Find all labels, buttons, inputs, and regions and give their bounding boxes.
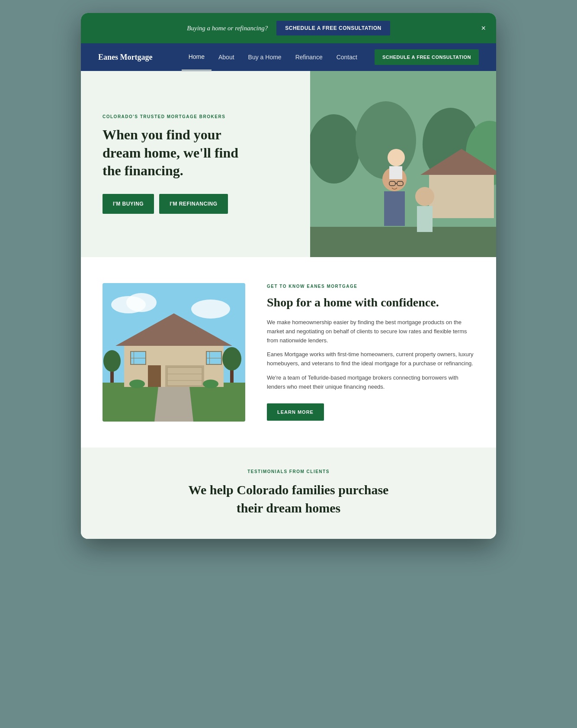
svg-point-2 bbox=[356, 101, 416, 179]
about-content: GET TO KNOW EANES MORTGAGE Shop for a ho… bbox=[267, 284, 474, 421]
device-frame: Buying a home or refinancing? SCHEDULE A… bbox=[81, 13, 496, 539]
about-body-1: We make homeownership easier by finding … bbox=[267, 318, 474, 345]
learn-more-button[interactable]: LEARN MORE bbox=[267, 403, 324, 421]
about-eyebrow: GET TO KNOW EANES MORTGAGE bbox=[267, 284, 474, 289]
refinancing-button[interactable]: I'M REFINANCING bbox=[159, 194, 228, 214]
nav-item-refinance[interactable]: Refinance bbox=[288, 44, 330, 70]
svg-rect-26 bbox=[167, 367, 202, 386]
nav-item-home[interactable]: Home bbox=[182, 44, 212, 71]
announcement-banner: Buying a home or refinancing? SCHEDULE A… bbox=[81, 13, 496, 43]
banner-cta-button[interactable]: SCHEDULE A FREE CONSULTATION bbox=[276, 21, 390, 35]
banner-close-button[interactable]: × bbox=[481, 24, 486, 32]
about-body-3: We're a team of Telluride-based mortgage… bbox=[267, 374, 474, 392]
about-headline: Shop for a home with confidence. bbox=[267, 295, 474, 310]
buying-button[interactable]: I'M BUYING bbox=[103, 194, 154, 214]
svg-rect-9 bbox=[384, 191, 405, 226]
svg-rect-11 bbox=[389, 166, 402, 179]
svg-point-37 bbox=[103, 350, 121, 372]
nav-cta-button[interactable]: SCHEDULE A FREE CONSULTATION bbox=[375, 49, 479, 65]
hero-image bbox=[310, 71, 496, 257]
svg-rect-35 bbox=[148, 365, 161, 387]
banner-text: Buying a home or refinancing? bbox=[187, 25, 268, 32]
testimonials-eyebrow: TESTIMONIALS FROM CLIENTS bbox=[98, 469, 479, 474]
hero-headline: When you find your dream home, we'll fin… bbox=[103, 126, 258, 180]
svg-rect-5 bbox=[429, 175, 494, 218]
testimonials-section: TESTIMONIALS FROM CLIENTS We help Colora… bbox=[81, 448, 496, 539]
nav-item-about[interactable]: About bbox=[212, 44, 241, 70]
svg-point-1 bbox=[310, 114, 360, 184]
nav-links: Home About Buy a Home Refinance Contact bbox=[182, 44, 364, 71]
hero-eyebrow: COLORADO'S TRUSTED MORTGAGE BROKERS bbox=[103, 114, 288, 119]
nav-item-contact[interactable]: Contact bbox=[330, 44, 364, 70]
hero-section: COLORADO'S TRUSTED MORTGAGE BROKERS When… bbox=[81, 71, 496, 257]
svg-marker-22 bbox=[154, 383, 193, 422]
svg-rect-7 bbox=[310, 227, 496, 257]
svg-point-19 bbox=[126, 293, 157, 312]
hero-buttons: I'M BUYING I'M REFINANCING bbox=[103, 194, 288, 214]
about-image bbox=[103, 283, 245, 422]
svg-point-10 bbox=[388, 149, 405, 166]
nav-logo: Eanes Mortgage bbox=[98, 53, 152, 62]
navbar: Eanes Mortgage Home About Buy a Home Ref… bbox=[81, 43, 496, 71]
svg-point-41 bbox=[203, 380, 218, 388]
svg-point-20 bbox=[191, 300, 230, 319]
svg-point-39 bbox=[222, 347, 241, 370]
svg-rect-31 bbox=[131, 358, 146, 358]
hero-content: COLORADO'S TRUSTED MORTGAGE BROKERS When… bbox=[81, 71, 310, 257]
nav-item-buy[interactable]: Buy a Home bbox=[241, 44, 288, 70]
about-section: GET TO KNOW EANES MORTGAGE Shop for a ho… bbox=[81, 257, 496, 448]
svg-point-12 bbox=[415, 187, 434, 206]
about-body-2: Eanes Mortgage works with first-time hom… bbox=[267, 350, 474, 368]
svg-rect-34 bbox=[206, 358, 221, 358]
svg-point-40 bbox=[129, 380, 145, 388]
svg-rect-13 bbox=[417, 206, 433, 232]
testimonials-headline: We help Colorado families purchase their… bbox=[180, 481, 397, 517]
